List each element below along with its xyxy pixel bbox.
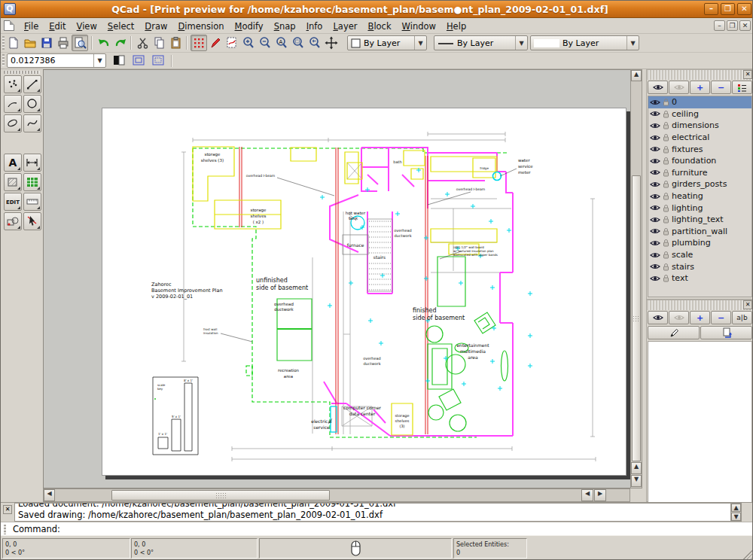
layer-visibility-eye-icon[interactable] [650,263,660,270]
layer-visibility-eye-icon[interactable] [650,134,660,142]
horizontal-scroll-thumb[interactable] [111,490,330,501]
preview-quality-button[interactable] [224,35,240,51]
print-preview-canvas[interactable]: Zahorec Basement Improvement Plan v 2009… [43,69,630,488]
save-button[interactable] [38,35,55,51]
rename-block-button[interactable]: a|b [732,311,752,324]
insert-block-tool-button[interactable] [23,173,41,191]
black-white-toggle-button[interactable] [111,53,127,68]
layer-lock-icon[interactable] [663,215,669,224]
layer-lock-icon[interactable] [663,169,669,177]
layer-visibility-eye-icon[interactable] [650,216,660,224]
linewidth-combo[interactable]: By Layer ▼ [434,35,528,50]
menu-item[interactable]: Select [102,20,140,33]
layer-row[interactable]: 0 [648,96,751,108]
layer-row[interactable]: girders_posts [648,178,751,190]
hide-all-blocks-button[interactable] [669,311,689,324]
show-all-blocks-button[interactable] [648,311,668,324]
menu-item[interactable]: Modify [230,20,269,33]
scale-combo-arrow[interactable]: ▼ [93,54,105,67]
menu-item[interactable]: Layer [328,20,362,33]
scroll-left-button-2[interactable]: ◀ [581,489,593,501]
layer-visibility-eye-icon[interactable] [650,227,660,235]
show-all-layers-button[interactable] [648,81,668,94]
layer-row[interactable]: text [648,272,751,285]
ellipse-tool-button[interactable] [4,114,22,132]
select-tool-button[interactable] [23,212,41,230]
document-icon[interactable] [4,20,14,31]
menu-item[interactable]: View [72,20,102,33]
layer-lock-icon[interactable] [663,110,669,118]
block-list[interactable] [648,341,752,511]
layer-row[interactable]: scale [648,249,751,261]
block-panel-close-icon[interactable]: ✕ [743,300,752,309]
block-panel-drag-handle[interactable]: ✕ [647,300,753,310]
scroll-left-button[interactable]: ◀ [44,489,55,501]
zoom-auto-button[interactable]: A [273,35,290,51]
layer-row[interactable]: lighting_text [648,214,751,226]
menu-item[interactable]: Edit [44,20,71,33]
circle-tool-button[interactable] [23,95,41,113]
scroll-down-button[interactable]: ▼ [631,475,642,487]
layer-lock-icon[interactable] [663,251,669,259]
layer-lock-icon[interactable] [663,227,669,236]
maximize-button[interactable]: ❐ [721,3,735,15]
hatch-tool-button[interactable] [4,173,22,191]
print-button[interactable] [55,35,72,51]
menu-item[interactable]: Dimension [172,20,229,33]
draft-mode-button[interactable] [207,35,224,51]
line-tool-button[interactable] [23,75,41,93]
toolbar2-drag-handle[interactable] [2,54,5,66]
horizontal-scrollbar[interactable]: ◀ ◀ ▶ [43,488,630,502]
hide-all-layers-button[interactable] [669,81,689,94]
edit-block-button[interactable] [648,326,700,339]
layer-row[interactable]: stairs [648,260,751,272]
command-drag-handle[interactable] [4,525,6,534]
layer-visibility-eye-icon[interactable] [650,169,660,176]
command-close-icon[interactable]: ✕ [3,505,12,514]
explode-tool-button[interactable] [4,212,22,230]
layer-lock-icon[interactable] [663,180,669,188]
command-history-scrollbar[interactable]: ▲ ▼ [730,504,741,522]
copy-button[interactable] [151,35,168,51]
layer-row[interactable]: heating [648,190,751,202]
grid-toggle-button[interactable] [191,35,207,51]
undo-button[interactable] [96,35,112,51]
scroll-up-button[interactable]: ▲ [631,70,642,81]
zoom-previous-button[interactable] [306,35,323,51]
layer-lock-icon[interactable] [663,157,669,165]
zoom-in-button[interactable] [240,35,257,51]
color-combo[interactable]: By Layer ▼ [347,35,427,50]
menu-item[interactable]: Snap [269,20,301,33]
layer-row[interactable]: partition_wall [648,226,751,238]
edit-tool-button[interactable]: EDIT [4,193,22,211]
point-tool-button[interactable] [4,75,22,93]
page-borders-toggle-button[interactable] [130,53,147,68]
layer-visibility-eye-icon[interactable] [650,181,660,188]
layer-attributes-button[interactable] [732,81,752,94]
layer-lock-icon[interactable] [663,121,669,129]
cut-button[interactable] [135,35,151,51]
scroll-up-button-2[interactable]: ▲ [631,462,642,474]
layer-visibility-eye-icon[interactable] [650,145,660,153]
layer-visibility-eye-icon[interactable] [650,122,660,129]
layer-lock-icon[interactable] [663,263,669,271]
linestyle-combo-arrow[interactable]: ▼ [626,36,639,50]
minimize-button[interactable]: – [704,3,718,15]
measure-tool-button[interactable] [23,193,41,211]
layer-row[interactable]: ceiling [648,108,751,120]
new-file-button[interactable] [5,35,22,51]
close-button[interactable]: ✕ [737,3,751,15]
print-preview-button[interactable] [72,35,88,51]
menu-item[interactable]: Block [362,20,396,33]
layer-row[interactable]: lighting [648,202,751,214]
layer-lock-icon[interactable] [663,239,669,247]
layer-visibility-eye-icon[interactable] [650,99,660,106]
history-scroll-up-button[interactable]: ▲ [731,504,741,512]
mdi-restore-button[interactable]: ❐ [727,20,738,31]
remove-layer-button[interactable]: − [711,81,731,94]
menu-item[interactable]: Info [301,20,328,33]
layer-row[interactable]: plumbing [648,237,751,249]
color-combo-arrow[interactable]: ▼ [414,36,426,50]
layer-row[interactable]: foundation [648,155,751,167]
layer-lock-icon[interactable] [663,274,669,282]
